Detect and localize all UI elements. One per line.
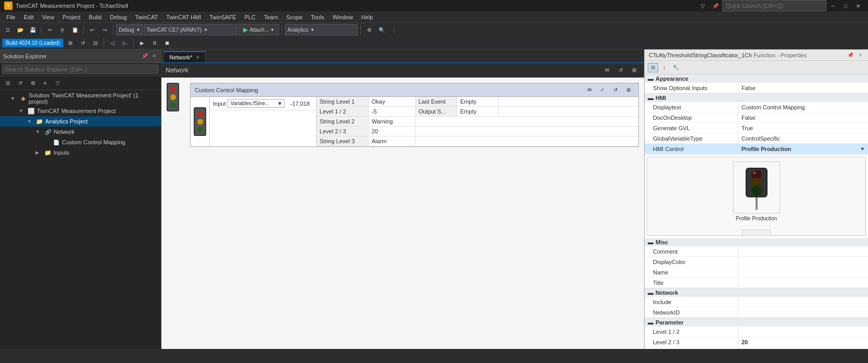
tree-item-project[interactable]: ▼ ⬜ TwinCAT Measurement Project [0,106,161,116]
network-email[interactable]: ✉ [601,65,613,76]
toolbar-save[interactable]: 💾 [27,24,39,35]
menu-debug[interactable]: Debug [106,13,131,21]
menu-tools[interactable]: Tools [307,13,329,21]
target-dropdown[interactable]: TwinCAT CE7 (ARMV7) ▼ [144,24,237,35]
se-properties[interactable]: ≡ [40,77,51,89]
ccm-refresh[interactable]: ↺ [610,84,621,96]
tree-item-inputs[interactable]: ▶ 📁 Inputs [0,147,161,158]
toolbar-row2-back[interactable]: ◁ [107,37,118,48]
build-config-dropdown[interactable]: Debug ▼ [116,24,143,35]
menu-twincat-hmi[interactable]: TwinCAT HMI [162,13,205,21]
tl-light-yellow [170,94,176,100]
preview-scroll-area[interactable]: Profile Production Traffic Light [647,157,865,235]
props-sort-btn[interactable]: ↕ [659,63,670,72]
toolbar-row2-btn2[interactable]: ↺ [77,37,89,48]
toolbar-row2-pause[interactable]: ⏸ [149,37,160,48]
props-row-hmi-control[interactable]: HMI Control Profile Production ▼ [645,144,868,154]
toolbar-row2-btn3[interactable]: ⊟ [90,37,101,48]
menu-twinsafe[interactable]: TwinSAFE [205,13,240,21]
menu-twincat[interactable]: TwinCAT [131,13,162,21]
network-canvas[interactable]: Custom Control Mapping ✉ ✓ ↺ ⊞ [161,78,644,349]
se-collapse-all[interactable]: ⊟ [2,77,14,89]
minimize-button[interactable]: ─ [827,0,839,11]
ccm-icon: 📄 [52,138,60,146]
preview-content-2: Traffic Light [647,228,865,235]
menu-window[interactable]: Window [329,13,357,21]
properties-close[interactable]: ✕ [857,52,864,58]
maximize-button[interactable]: □ [840,0,851,11]
toolbar-copy[interactable]: ⎘ [57,24,68,35]
solution-explorer-close[interactable]: ✕ [150,53,158,59]
se-settings[interactable]: ⚙ [27,77,39,89]
props-row-level-2-3: Level 2 / 3 20 [645,337,868,347]
analytics-dropdown[interactable]: Analytics ▼ [285,24,358,35]
menu-edit[interactable]: Edit [20,13,38,21]
ccm-last-event-label: Last Event [416,97,457,106]
tree-item-solution[interactable]: ▼ ◈ Solution 'TwinCAT Measurement Projec… [0,91,161,106]
ccm-level-2-3-label: Level 2 / 3 [317,127,369,136]
props-value-global-var-type: ControlSpecific [738,133,868,143]
pin-icon[interactable]: 📌 [710,0,721,11]
props-row-name: Name [645,267,868,278]
network-expand[interactable]: ⊞ [628,65,640,76]
props-grid-btn[interactable]: ⊞ [648,63,658,72]
props-section-hmi-header[interactable]: ▬ HMI [645,94,868,102]
menu-project[interactable]: Project [58,13,84,21]
toolbar-new[interactable]: 🗋 [2,24,14,35]
hmi-control-dropdown-arrow[interactable]: ▼ [860,146,865,152]
se-filter[interactable]: ▽ [52,77,64,89]
properties-pin[interactable]: 📌 [846,52,855,58]
toolbar-more[interactable]: ⋮ [388,24,400,35]
toolbar-settings[interactable]: ⚙ [363,24,375,35]
content-area: Network* ✕ Network ✉ ↺ ⊞ [161,49,644,349]
toolbar-row2-fwd[interactable]: ▷ [119,37,131,48]
toolbar-row2-stop[interactable]: ⏹ [161,37,173,48]
se-refresh[interactable]: ↺ [15,77,26,89]
solution-explorer-pin[interactable]: 📌 [140,53,149,59]
toolbar-open[interactable]: 📂 [15,24,26,35]
toolbar-cut[interactable]: ✂ [44,24,56,35]
menu-build[interactable]: Build [85,13,106,21]
props-section-network-header[interactable]: ▬ Network [645,289,868,297]
props-wrench-btn[interactable]: 🔧 [671,63,681,72]
ccm-dropdown-arrow: ▼ [278,101,283,106]
menu-scope[interactable]: Scope [282,13,307,21]
network-refresh[interactable]: ↺ [615,65,626,76]
props-section-appearance-header[interactable]: ▬ Appearance [645,74,868,83]
ccm-expand[interactable]: ⊞ [623,84,634,96]
menu-view[interactable]: View [38,13,59,21]
menu-plc[interactable]: PLC [241,13,260,21]
attach-button[interactable]: ▶ Attach... ▼ [238,24,279,35]
ccm-email[interactable]: ✉ [584,84,595,96]
props-section-misc-header[interactable]: ▬ Misc [645,238,868,246]
ccm-check[interactable]: ✓ [597,84,608,96]
ccm-string-level-2-value: Warning [369,117,416,126]
ccm-grid-row-5: String Level 3 Alarm [317,136,638,146]
ccm-input-dropdown[interactable]: Variables.fSine... ▼ [228,99,285,108]
menu-file[interactable]: File [2,13,20,21]
toolbar-undo[interactable]: ↩ [86,24,98,35]
quick-launch-input[interactable] [722,0,826,11]
toolbar-sep-4 [282,25,282,34]
menu-team[interactable]: Team [260,13,282,21]
tab-close-network[interactable]: ✕ [196,55,200,60]
close-button[interactable]: ✕ [852,0,864,11]
toolbar-redo[interactable]: ↪ [99,24,110,35]
tree-item-analytics[interactable]: ▼ 📁 Analytics Project [0,116,161,127]
props-section-parameter-header[interactable]: ▬ Parameter [645,318,868,327]
project-icon: ⬜ [27,107,35,115]
toolbar-row2-play[interactable]: ▶ [136,37,148,48]
preview-traffic-light-svg [741,166,772,210]
svg-point-4 [751,185,762,196]
filter-icon[interactable]: ▽ [697,0,709,11]
toolbar-search2[interactable]: 🔍 [376,24,387,35]
tree-item-network[interactable]: ▼ 🔗 Network [0,127,161,137]
menu-help[interactable]: Help [357,13,378,21]
properties-body: ▬ Appearance Show Optional Inputs False … [645,74,868,349]
toolbar-row2-btn1[interactable]: ⊞ [65,37,76,48]
toolbar-paste[interactable]: 📋 [69,24,81,35]
tab-network[interactable]: Network* ✕ [163,51,206,62]
tree-item-ccm[interactable]: ▶ 📄 Custom Control Mapping [0,137,161,147]
props-row-negate-enable: Negate Enable Execution FALSE [645,347,868,349]
solution-explorer-search[interactable] [2,65,159,74]
